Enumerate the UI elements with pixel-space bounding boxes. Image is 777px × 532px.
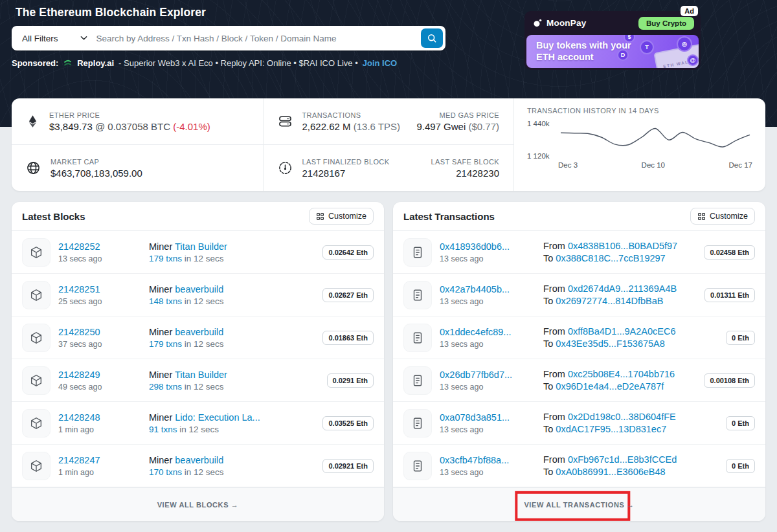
latest-transactions-title: Latest Transactions [403, 211, 495, 222]
page-title: The Ethereum Blockchain Explorer [16, 6, 206, 19]
moonpay-logo-icon [533, 18, 543, 28]
grid-icon [697, 212, 706, 221]
last-safe-block-value[interactable]: 21428230 [431, 168, 499, 179]
x-tick: Dec 10 [642, 161, 665, 169]
tx-age: 13 secs ago [440, 297, 535, 306]
document-icon [403, 324, 432, 352]
miner-link[interactable]: beaverbuild [175, 327, 223, 337]
txn-time: in 12 secs [185, 467, 224, 477]
from-address-link[interactable]: 0xc25b08E4...1704bb716 [568, 369, 675, 379]
view-all-blocks-link[interactable]: VIEW ALL BLOCKS → [157, 501, 239, 509]
x-tick: Dec 3 [558, 161, 578, 169]
block-reward-badge: 0.03525 Eth [322, 416, 374, 430]
ether-price-value: $3,849.73 @ 0.037058 BTC (-4.01%) [49, 121, 210, 132]
txns-link[interactable]: 298 txns [149, 382, 182, 392]
latest-blocks-title: Latest Blocks [22, 211, 85, 222]
document-icon [403, 281, 432, 309]
block-number-link[interactable]: 21428252 [58, 241, 100, 252]
moonpay-ad-banner[interactable]: Ad MoonPay Buy Crypto Buy tokens with yo… [524, 11, 701, 70]
miner-link[interactable]: Lido: Execution La... [175, 412, 260, 423]
tx-age: 13 secs ago [440, 254, 535, 263]
ether-price-label: ETHER PRICE [49, 111, 210, 119]
txns-link[interactable]: 91 txns [149, 425, 177, 434]
from-label: From [543, 412, 565, 422]
last-finalized-block-label: LAST FINALIZED BLOCK [302, 158, 390, 166]
last-finalized-block-value[interactable]: 21428167 [302, 168, 390, 179]
from-address-link[interactable]: 0x4838B106...B0BAD5f97 [568, 241, 677, 251]
join-ico-link[interactable]: Join ICO [363, 58, 397, 68]
tx-value-badge: 0.01311 Eth [704, 288, 755, 302]
ad-badge: Ad [681, 6, 698, 16]
to-address-link[interactable]: 0x388C818C...7ccB19297 [556, 253, 665, 263]
filter-dropdown[interactable]: All Filters [12, 26, 96, 50]
txns-link[interactable]: 148 txns [149, 296, 182, 306]
block-number-link[interactable]: 21428247 [58, 455, 100, 465]
from-address-link[interactable]: 0xd2674dA9...211369A4B [568, 283, 677, 294]
miner-link[interactable]: Titan Builder [175, 241, 227, 252]
tx-value-badge: 0 Eth [726, 459, 755, 473]
block-row: 21428251 25 secs ago Miner beaverbuild 1… [12, 274, 384, 316]
tx-row: 0xa078d3a851... 13 secs ago From 0x2Dd19… [393, 402, 765, 445]
coin-icon: ◎ [677, 36, 692, 52]
txn-time: in 12 secs [185, 382, 224, 392]
x-tick: Dec 17 [729, 161, 752, 169]
miner-link[interactable]: beaverbuild [175, 455, 223, 465]
tx-hash-link[interactable]: 0x42a7b4405b... [440, 284, 510, 294]
transactions-label: TRANSACTIONS [302, 111, 401, 119]
from-address-link[interactable]: 0xFb967c1d...E8b3fCCEd [568, 454, 677, 465]
miner-link[interactable]: beaverbuild [175, 284, 223, 294]
cube-icon [22, 409, 51, 438]
to-address-link[interactable]: 0xA0b86991...E3606eB48 [556, 467, 665, 477]
search-input[interactable] [96, 26, 421, 50]
tx-value-badge: 0 Eth [726, 331, 755, 345]
transactions-customize-button[interactable]: Customize [690, 208, 755, 225]
block-number-link[interactable]: 21428250 [58, 327, 100, 337]
tx-hash-link[interactable]: 0x1ddec4efc89... [440, 327, 511, 337]
panels-section: Latest Blocks Customize 2142 [12, 202, 765, 521]
tx-hash-link[interactable]: 0x418936d0b6... [440, 241, 510, 252]
blocks-list: 21428252 13 secs ago Miner Titan Builder… [12, 231, 384, 487]
block-age: 13 secs ago [58, 254, 141, 263]
line-chart [558, 120, 752, 160]
to-address-link[interactable]: 0x26972774...814DfbBaB [556, 296, 663, 306]
from-label: From [543, 241, 565, 251]
txns-link[interactable]: 179 txns [149, 339, 182, 349]
from-address-link[interactable]: 0xff8Ba4D1...9A2A0cEC6 [568, 326, 676, 337]
txn-time: in 12 secs [185, 254, 224, 263]
buy-crypto-button[interactable]: Buy Crypto [638, 17, 694, 30]
view-all-transactions-link[interactable]: VIEW ALL TRANSACTIONS → [524, 501, 634, 509]
miner-label: Miner [149, 241, 172, 252]
miner-link[interactable]: Titan Builder [175, 370, 227, 380]
block-age: 1 min ago [58, 425, 141, 434]
cube-icon [22, 238, 51, 267]
tx-hash-link[interactable]: 0x3cfb47bf88a... [440, 455, 509, 465]
block-reward-badge: 0.02642 Eth [322, 245, 374, 260]
to-address-link[interactable]: 0xdAC17F95...13D831ec7 [556, 424, 666, 434]
from-address-link[interactable]: 0x2Dd198c0...38D604fFE [568, 412, 676, 422]
blocks-customize-button[interactable]: Customize [309, 208, 374, 225]
stats-card: ETHER PRICE $3,849.73 @ 0.037058 BTC (-4… [12, 98, 765, 191]
tx-hash-link[interactable]: 0x26db77fb6d7... [440, 370, 512, 380]
med-gas-price-value[interactable]: 9.497 Gwei ($0.77) [416, 121, 499, 132]
to-address-link[interactable]: 0x43Ee35d5...F153675A8 [556, 338, 665, 349]
market-cap-value[interactable]: $463,708,183,059.00 [51, 168, 142, 179]
market-cap-stat: MARKET CAP $463,708,183,059.00 [12, 144, 263, 191]
chart-y-axis: 1 440k 1 120k [527, 120, 558, 160]
miner-label: Miner [149, 455, 172, 465]
document-icon [403, 238, 432, 267]
txns-link[interactable]: 179 txns [149, 254, 182, 263]
search-button[interactable] [421, 28, 443, 48]
block-age: 1 min ago [58, 468, 141, 477]
transactions-value[interactable]: 2,622.62 M (13.6 TPS) [302, 121, 401, 132]
tx-value-badge: 0.02458 Eth [704, 245, 755, 260]
sponsored-bar: Sponsored: Reploy.ai - Superior Web3 x A… [12, 58, 397, 68]
txns-link[interactable]: 170 txns [149, 467, 182, 477]
tx-age: 13 secs ago [440, 468, 535, 477]
block-number-link[interactable]: 21428248 [58, 412, 100, 423]
to-address-link[interactable]: 0x96D1e4a4...eD2eA787f [556, 381, 664, 392]
tx-hash-link[interactable]: 0xa078d3a851... [440, 412, 510, 423]
block-number-link[interactable]: 21428249 [58, 370, 100, 380]
ad-brand: MoonPay [546, 18, 586, 28]
tx-row: 0x26db77fb6d7... 13 secs ago From 0xc25b… [393, 359, 765, 402]
block-number-link[interactable]: 21428251 [58, 284, 100, 294]
